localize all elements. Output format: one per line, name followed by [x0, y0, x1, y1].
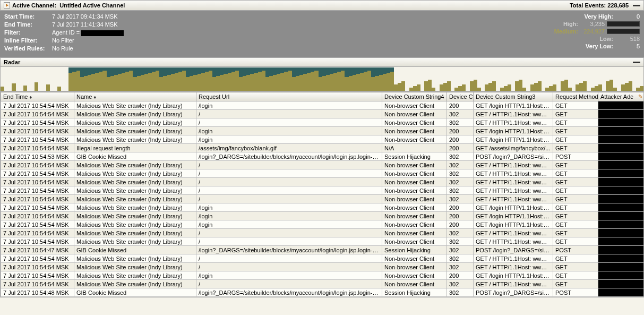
table-row[interactable]: 7 Jul 2017 10:54:54 MSKMalicious Web Sit… — [1, 220, 645, 229]
cell: 7 Jul 2017 10:54:54 MSK — [1, 135, 74, 144]
table-row[interactable]: 7 Jul 2017 10:54:47 MSKGIB Cookie Missed… — [1, 246, 645, 254]
table-row[interactable]: 7 Jul 2017 10:54:54 MSKMalicious Web Sit… — [1, 178, 645, 186]
attacker-cell-redacted — [598, 203, 645, 212]
cell: GET — [553, 101, 598, 110]
cell: 7 Jul 2017 10:54:54 MSK — [1, 169, 74, 178]
cell: 7 Jul 2017 10:54:54 MSK — [1, 271, 74, 280]
cell: Malicious Web Site crawler (Indy Library… — [74, 135, 196, 144]
table-row[interactable]: 7 Jul 2017 10:54:54 MSKMalicious Web Sit… — [1, 186, 645, 195]
col-method[interactable]: Request Method — [553, 92, 598, 101]
cell: GET — [553, 280, 598, 288]
col-dcu[interactable]: Device Cu — [447, 92, 474, 101]
cell: POST — [553, 288, 598, 297]
titlebar: Active Channel: Untitled Active Channel … — [0, 0, 644, 11]
cell: GET /assets/img/fancybox/... — [474, 144, 553, 152]
attacker-cell-redacted — [598, 101, 645, 110]
cell: GET /login HTTP/1.1Host: w... — [474, 127, 553, 135]
cell: GET / HTTP/1.1Host: www.... — [474, 118, 553, 127]
table-row[interactable]: 7 Jul 2017 10:54:54 MSKMalicious Web Sit… — [1, 127, 645, 135]
cell: GET — [553, 135, 598, 144]
play-icon[interactable] — [4, 2, 10, 8]
cell: GET /login HTTP/1.1Host: w... — [474, 135, 553, 144]
cell: Malicious Web Site crawler (Indy Library… — [74, 186, 196, 195]
cell: Malicious Web Site crawler (Indy Library… — [74, 229, 196, 237]
col-dcs4[interactable]: Device Custom String4 — [382, 92, 447, 101]
table-row[interactable]: 7 Jul 2017 10:54:54 MSKMalicious Web Sit… — [1, 169, 645, 178]
cell: / — [196, 169, 382, 178]
cell: GET / HTTP/1.1Host: www.... — [474, 161, 553, 169]
cell: /login — [196, 271, 382, 280]
table-row[interactable]: 7 Jul 2017 10:54:48 MSKGIB Cookie Missed… — [1, 288, 645, 297]
table-row[interactable]: 7 Jul 2017 10:54:54 MSKMalicious Web Sit… — [1, 229, 645, 237]
table-row[interactable]: 7 Jul 2017 10:54:54 MSKMalicious Web Sit… — [1, 161, 645, 169]
sort-icon: ♦ — [30, 95, 32, 100]
cell: / — [196, 254, 382, 263]
cell: 302 — [447, 178, 474, 186]
cell: Session Hijacking — [382, 152, 447, 161]
attacker-cell-redacted — [598, 118, 645, 127]
cell: GET — [553, 118, 598, 127]
cell: 7 Jul 2017 10:54:54 MSK — [1, 203, 74, 212]
col-end-time[interactable]: End Time ♦ — [1, 92, 74, 101]
cell: Malicious Web Site crawler (Indy Library… — [74, 220, 196, 229]
col-attacker[interactable]: Attacker Adc✎ — [598, 92, 645, 101]
radar-chart[interactable] — [0, 67, 644, 91]
cell: GET / HTTP/1.1Host: www.... — [474, 263, 553, 271]
cell: /login — [196, 135, 382, 144]
cell: / — [196, 118, 382, 127]
attacker-cell-redacted — [598, 246, 645, 254]
table-row[interactable]: 7 Jul 2017 10:54:54 MSKMalicious Web Sit… — [1, 135, 645, 144]
cell: 302 — [447, 288, 474, 297]
cell: /assets/img/fancybox/blank.gif — [196, 144, 382, 152]
radar-header: Radar — [0, 57, 644, 67]
col-name[interactable]: Name ♦ — [74, 92, 196, 101]
cell: POST — [553, 152, 598, 161]
table-row[interactable]: 7 Jul 2017 10:54:54 MSKMalicious Web Sit… — [1, 118, 645, 127]
cell: GET — [553, 271, 598, 280]
cell: / — [196, 229, 382, 237]
cell: Non-browser Client — [382, 118, 447, 127]
radar-minimize-icon[interactable] — [633, 62, 640, 63]
cell: / — [196, 110, 382, 118]
cell: 302 — [447, 118, 474, 127]
channel-label: Active Channel: Untitled Active Channel — [12, 2, 125, 8]
edit-icon[interactable]: ✎ — [638, 93, 642, 99]
cell: 7 Jul 2017 10:54:54 MSK — [1, 127, 74, 135]
table-row[interactable]: 7 Jul 2017 10:54:53 MSKGIB Cookie Missed… — [1, 152, 645, 161]
cell: GET / HTTP/1.1Host: www.... — [474, 229, 553, 237]
cell: Malicious Web Site crawler (Indy Library… — [74, 203, 196, 212]
cell: Non-browser Client — [382, 101, 447, 110]
table-row[interactable]: 7 Jul 2017 10:54:54 MSKIllegal request l… — [1, 144, 645, 152]
table-row[interactable]: 7 Jul 2017 10:54:54 MSKMalicious Web Sit… — [1, 203, 645, 212]
cell: Non-browser Client — [382, 229, 447, 237]
start-time-value: 7 Jul 2017 09:41:34 MSK — [52, 13, 118, 21]
cell: GET / HTTP/1.1Host: www.... — [474, 195, 553, 203]
table-row[interactable]: 7 Jul 2017 10:54:54 MSKMalicious Web Sit… — [1, 110, 645, 118]
cell: Malicious Web Site crawler (Indy Library… — [74, 118, 196, 127]
table-row[interactable]: 7 Jul 2017 10:54:54 MSKMalicious Web Sit… — [1, 212, 645, 220]
minimize-icon[interactable] — [633, 5, 640, 6]
cell: 7 Jul 2017 10:54:54 MSK — [1, 110, 74, 118]
cell: Non-browser Client — [382, 169, 447, 178]
cell: / — [196, 237, 382, 246]
col-request-url[interactable]: Request Url — [196, 92, 382, 101]
table-row[interactable]: 7 Jul 2017 10:54:54 MSKMalicious Web Sit… — [1, 237, 645, 246]
cell: Non-browser Client — [382, 212, 447, 220]
table-row[interactable]: 7 Jul 2017 10:54:54 MSKMalicious Web Sit… — [1, 195, 645, 203]
attacker-cell-redacted — [598, 271, 645, 280]
cell: 7 Jul 2017 10:54:54 MSK — [1, 161, 74, 169]
redacted-value — [81, 30, 124, 36]
cell: GET /login HTTP/1.1Host: w... — [474, 212, 553, 220]
cell: GET — [553, 212, 598, 220]
table-row[interactable]: 7 Jul 2017 10:54:54 MSKMalicious Web Sit… — [1, 101, 645, 110]
attacker-cell-redacted — [598, 254, 645, 263]
table-row[interactable]: 7 Jul 2017 10:54:54 MSKMalicious Web Sit… — [1, 271, 645, 280]
table-row[interactable]: 7 Jul 2017 10:54:54 MSKMalicious Web Sit… — [1, 263, 645, 271]
col-dcs3[interactable]: Device Custom String3 — [474, 92, 553, 101]
table-row[interactable]: 7 Jul 2017 10:54:54 MSKMalicious Web Sit… — [1, 254, 645, 263]
table-row[interactable]: 7 Jul 2017 10:54:54 MSKMalicious Web Sit… — [1, 280, 645, 288]
cell: 7 Jul 2017 10:54:54 MSK — [1, 186, 74, 195]
cell: /login — [196, 101, 382, 110]
cell: GET / HTTP/1.1Host: www.... — [474, 237, 553, 246]
cell: Malicious Web Site crawler (Indy Library… — [74, 254, 196, 263]
